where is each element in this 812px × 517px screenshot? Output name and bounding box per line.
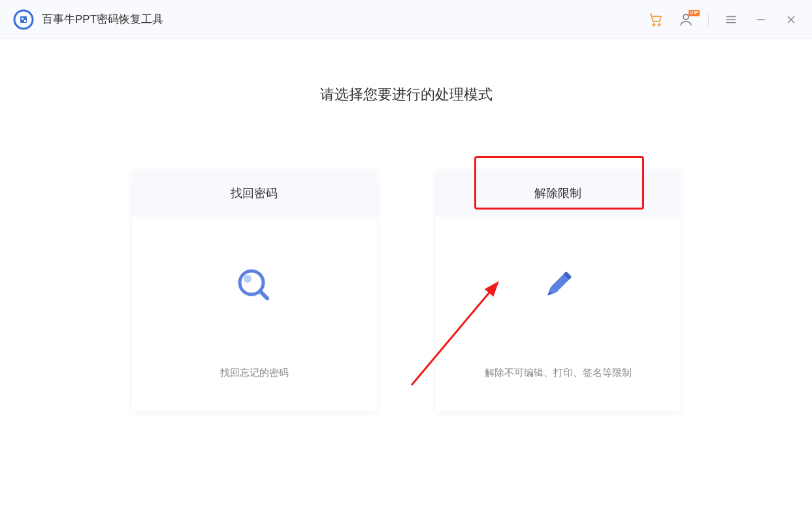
card-header: 解除限制 (436, 170, 681, 217)
card-description: 解除不可编辑、打印、签名等限制 (485, 367, 632, 379)
titlebar-right: VIP (648, 12, 799, 27)
card-description: 找回忘记的密码 (220, 367, 289, 379)
card-body: 解除不可编辑、打印、签名等限制 (436, 217, 681, 379)
user-icon[interactable]: VIP (678, 12, 694, 27)
prompt-title: 请选择您要进行的处理模式 (0, 85, 812, 104)
svg-rect-3 (24, 20, 26, 22)
svg-point-6 (683, 14, 689, 20)
close-icon[interactable] (783, 12, 799, 27)
card-body: 找回忘记的密码 (132, 217, 377, 379)
app-title: 百事牛PPT密码恢复工具 (42, 12, 163, 27)
svg-line-15 (260, 291, 267, 298)
pencil-icon (535, 262, 581, 308)
svg-point-14 (244, 275, 252, 283)
divider (708, 13, 709, 26)
svg-point-4 (653, 24, 655, 25)
titlebar-left: 百事牛PPT密码恢复工具 (13, 9, 163, 30)
svg-rect-2 (22, 18, 24, 20)
app-logo-icon (13, 9, 34, 30)
minimize-icon[interactable] (753, 12, 769, 27)
search-icon (231, 262, 277, 308)
main-content: 请选择您要进行的处理模式 找回密码 找回忘记的密码 解除限制 (0, 39, 812, 411)
cart-icon[interactable] (648, 12, 664, 27)
svg-point-5 (658, 24, 660, 25)
titlebar: 百事牛PPT密码恢复工具 VIP (0, 0, 812, 39)
cards-container: 找回密码 找回忘记的密码 解除限制 (0, 170, 812, 411)
card-remove-restriction[interactable]: 解除限制 解除不可编辑、打印、签名等限制 (436, 170, 681, 411)
card-recover-password[interactable]: 找回密码 找回忘记的密码 (132, 170, 377, 411)
vip-badge: VIP (689, 10, 700, 16)
card-header: 找回密码 (132, 170, 377, 217)
menu-icon[interactable] (723, 12, 739, 27)
